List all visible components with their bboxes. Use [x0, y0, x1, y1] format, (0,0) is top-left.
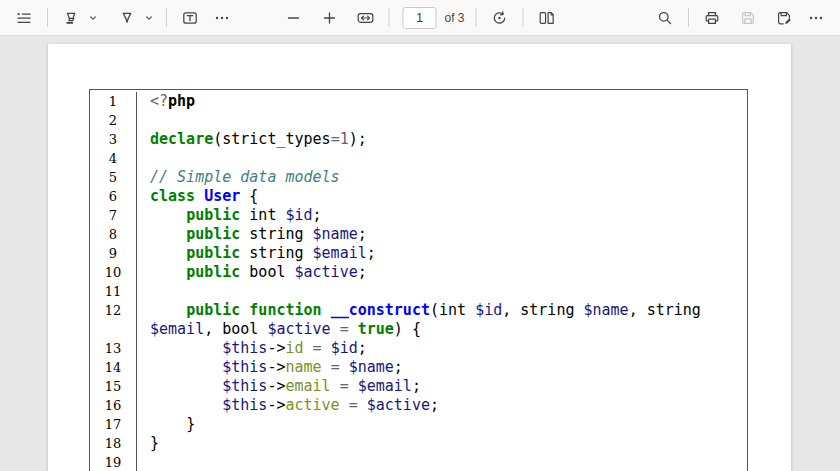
code-lines: 1<?php23declare(strict_types=1);45// Sim… — [90, 92, 747, 471]
code-text: $this->name = $name; — [137, 358, 747, 377]
code-line: 4 — [90, 149, 747, 168]
toolbar-separator — [523, 8, 524, 27]
line-number: 7 — [90, 206, 137, 225]
line-number: 10 — [90, 263, 137, 282]
save-icon — [740, 10, 756, 26]
code-line: 12 public function __construct(int $id, … — [90, 301, 747, 339]
toolbar-left-group — [0, 0, 238, 35]
code-line: 9 public string $email; — [90, 244, 747, 263]
zoom-in-button[interactable] — [315, 4, 343, 32]
code-line: 10 public bool $active; — [90, 263, 747, 282]
line-number: 11 — [90, 282, 137, 301]
pdf-page: 1<?php23declare(strict_types=1);45// Sim… — [48, 44, 791, 471]
chevron-down-icon — [144, 13, 154, 23]
code-line: 19 — [90, 453, 747, 471]
line-number: 14 — [90, 358, 137, 377]
search-icon — [657, 10, 673, 26]
code-text: public function __construct(int $id, str… — [137, 301, 747, 339]
code-line: 3declare(strict_types=1); — [90, 130, 747, 149]
line-number: 5 — [90, 168, 137, 187]
toolbar-separator — [166, 8, 167, 27]
toolbar-right-group — [649, 0, 840, 35]
document-canvas[interactable]: 1<?php23declare(strict_types=1);45// Sim… — [0, 36, 840, 471]
highlight-options-button[interactable] — [84, 4, 101, 32]
line-number: 8 — [90, 225, 137, 244]
line-number: 13 — [90, 339, 137, 358]
code-line: 6class User { — [90, 187, 747, 206]
line-number: 4 — [90, 149, 137, 168]
code-line: 8 public string $name; — [90, 225, 747, 244]
pdf-toolbar: of 3 — [0, 0, 840, 36]
line-number: 3 — [90, 130, 137, 149]
line-number: 19 — [90, 453, 137, 471]
line-number: 18 — [90, 434, 137, 453]
page-view-button[interactable] — [533, 4, 561, 32]
code-text: $this->active = $active; — [137, 396, 747, 415]
rotate-button[interactable] — [486, 4, 514, 32]
line-number: 6 — [90, 187, 137, 206]
page-view-icon — [539, 10, 555, 26]
zoom-out-button[interactable] — [279, 4, 307, 32]
code-line: 15 $this->email = $email; — [90, 377, 747, 396]
code-line: 1<?php — [90, 92, 747, 111]
table-of-contents-icon — [16, 10, 32, 26]
toolbar-separator — [388, 8, 389, 27]
save-as-icon — [776, 10, 792, 26]
page-number-input[interactable] — [402, 7, 436, 29]
toolbar-separator — [476, 8, 477, 27]
add-text-icon — [182, 10, 198, 26]
draw-options-button[interactable] — [140, 4, 157, 32]
zoom-in-icon — [322, 11, 336, 25]
more-tools-button[interactable] — [208, 4, 236, 32]
save-as-button[interactable] — [770, 4, 798, 32]
line-number: 12 — [90, 301, 137, 339]
save-button[interactable] — [734, 4, 762, 32]
add-text-button[interactable] — [176, 4, 204, 32]
more-options-icon — [808, 10, 824, 26]
code-line: 2 — [90, 111, 747, 130]
page-count-label: of 3 — [444, 11, 464, 25]
code-line: 14 $this->name = $name; — [90, 358, 747, 377]
line-number: 1 — [90, 92, 137, 111]
chevron-down-icon — [88, 13, 98, 23]
code-text: // Simple data models — [137, 168, 747, 187]
code-line: 17 } — [90, 415, 747, 434]
code-text: $this->id = $id; — [137, 339, 747, 358]
code-text: } — [137, 415, 747, 434]
print-button[interactable] — [698, 4, 726, 32]
code-text: public string $name; — [137, 225, 747, 244]
more-options-icon — [214, 10, 230, 26]
line-number: 9 — [90, 244, 137, 263]
toolbar-separator — [688, 8, 689, 27]
rotate-icon — [492, 10, 508, 26]
toolbar-center-group: of 3 — [277, 0, 562, 35]
code-text — [137, 111, 747, 130]
code-text — [137, 149, 747, 168]
code-line: 11 — [90, 282, 747, 301]
code-text — [137, 453, 747, 471]
fit-to-width-icon — [356, 10, 374, 26]
line-number: 15 — [90, 377, 137, 396]
code-text: class User { — [137, 187, 747, 206]
code-text: } — [137, 434, 747, 453]
table-of-contents-button[interactable] — [10, 4, 38, 32]
highlight-button[interactable] — [57, 4, 85, 32]
code-text: $this->email = $email; — [137, 377, 747, 396]
code-text: public string $email; — [137, 244, 747, 263]
draw-pen-icon — [119, 10, 135, 26]
highlighter-icon — [63, 10, 79, 26]
code-line: 16 $this->active = $active; — [90, 396, 747, 415]
code-text: declare(strict_types=1); — [137, 130, 747, 149]
settings-more-button[interactable] — [802, 4, 830, 32]
zoom-out-icon — [286, 11, 300, 25]
fit-to-width-button[interactable] — [351, 4, 379, 32]
code-line: 13 $this->id = $id; — [90, 339, 747, 358]
print-icon — [704, 10, 720, 26]
draw-button[interactable] — [113, 4, 141, 32]
code-line: 18} — [90, 434, 747, 453]
line-number: 2 — [90, 111, 137, 130]
code-line: 7 public int $id; — [90, 206, 747, 225]
code-text: public bool $active; — [137, 263, 747, 282]
toolbar-separator — [47, 8, 48, 27]
search-button[interactable] — [651, 4, 679, 32]
